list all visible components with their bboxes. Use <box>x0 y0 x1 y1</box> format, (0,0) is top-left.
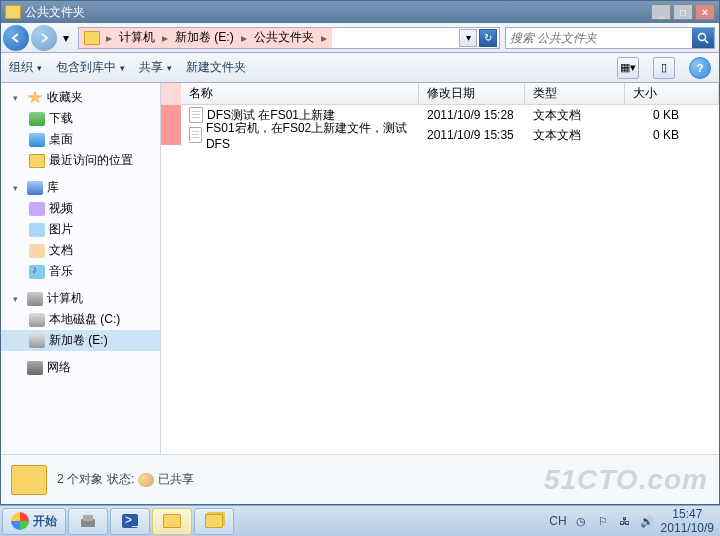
text-file-icon <box>189 127 202 143</box>
taskbar: 开始 >_ CH ◷ ⚐ 🖧 🔊 15:47 2011/10/9 <box>0 505 720 536</box>
tree-downloads[interactable]: 下载 <box>1 108 160 129</box>
titlebar[interactable]: 公共文件夹 _ □ × <box>1 1 719 23</box>
svg-point-0 <box>699 33 706 40</box>
disk-icon <box>29 313 45 327</box>
tree-local-disk[interactable]: 本地磁盘 (C:) <box>1 309 160 330</box>
status-bar: 2 个对象 状态: 已共享 <box>1 454 719 504</box>
shared-icon <box>138 473 154 487</box>
highlight-marker <box>161 125 181 145</box>
help-button[interactable]: ? <box>689 57 711 79</box>
file-row[interactable]: FS01宕机，在FS02上新建文件，测试DFS 2011/10/9 15:35 … <box>161 125 719 145</box>
preview-pane-button[interactable]: ▯ <box>653 57 675 79</box>
video-icon <box>29 202 45 216</box>
taskbar-powershell[interactable]: >_ <box>110 508 150 535</box>
file-date: 2011/10/9 15:35 <box>419 128 525 142</box>
taskbar-explorer[interactable] <box>194 508 234 535</box>
recent-icon <box>29 154 45 168</box>
navigation-pane[interactable]: ▾收藏夹 下载 桌面 最近访问的位置 ▾库 视频 图片 文档 音乐 ▾计算机 本… <box>1 83 161 454</box>
column-headers: 名称 修改日期 类型 大小 <box>161 83 719 105</box>
svg-rect-3 <box>83 515 93 521</box>
taskbar-clock[interactable]: 15:47 2011/10/9 <box>661 507 714 536</box>
tray-network-icon[interactable]: 🖧 <box>617 513 633 529</box>
main-area: ▾收藏夹 下载 桌面 最近访问的位置 ▾库 视频 图片 文档 音乐 ▾计算机 本… <box>1 83 719 454</box>
tree-computer[interactable]: ▾计算机 <box>1 288 160 309</box>
file-rows[interactable]: DFS测试 在FS01上新建 2011/10/9 15:28 文本文档 0 KB… <box>161 105 719 454</box>
close-button[interactable]: × <box>695 4 715 20</box>
new-folder-button[interactable]: 新建文件夹 <box>186 59 246 76</box>
document-icon <box>29 244 45 258</box>
column-name[interactable]: 名称 <box>181 83 419 104</box>
network-icon <box>27 361 43 375</box>
refresh-button[interactable]: ↻ <box>479 29 497 47</box>
language-indicator[interactable]: CH <box>549 514 566 528</box>
folder-icon <box>84 31 100 45</box>
view-mode-button[interactable]: ▦▾ <box>617 57 639 79</box>
tree-documents[interactable]: 文档 <box>1 240 160 261</box>
tree-desktop[interactable]: 桌面 <box>1 129 160 150</box>
file-size: 0 KB <box>625 128 719 142</box>
file-date: 2011/10/9 15:28 <box>419 108 525 122</box>
chevron-right-icon: ▸ <box>103 31 115 45</box>
search-box[interactable] <box>505 27 715 49</box>
organize-menu[interactable]: 组织 <box>9 59 42 76</box>
maximize-button[interactable]: □ <box>673 4 693 20</box>
nav-history-dropdown[interactable]: ▾ <box>59 27 73 49</box>
tree-favorites[interactable]: ▾收藏夹 <box>1 87 160 108</box>
svg-line-1 <box>705 40 708 43</box>
tree-music[interactable]: 音乐 <box>1 261 160 282</box>
address-bar[interactable]: ▸ 计算机 ▸ 新加卷 (E:) ▸ 公共文件夹 ▸ ▾ ↻ <box>78 27 500 49</box>
picture-icon <box>29 223 45 237</box>
folder-icon <box>5 5 21 19</box>
status-count: 2 个对象 <box>57 471 103 488</box>
system-tray: CH ◷ ⚐ 🖧 🔊 15:47 2011/10/9 <box>545 507 718 536</box>
chevron-right-icon: ▸ <box>159 31 171 45</box>
column-size[interactable]: 大小 <box>625 83 719 104</box>
tree-recent[interactable]: 最近访问的位置 <box>1 150 160 171</box>
tree-videos[interactable]: 视频 <box>1 198 160 219</box>
tray-volume-icon[interactable]: 🔊 <box>639 513 655 529</box>
file-size: 0 KB <box>625 108 719 122</box>
share-menu[interactable]: 共享 <box>139 59 172 76</box>
tree-network[interactable]: 网络 <box>1 357 160 378</box>
breadcrumb-volume[interactable]: 新加卷 (E:) <box>171 29 238 46</box>
taskbar-explorer-active[interactable] <box>152 508 192 535</box>
taskbar-server-manager[interactable] <box>68 508 108 535</box>
file-type: 文本文档 <box>525 107 625 124</box>
tree-new-volume[interactable]: 新加卷 (E:) <box>1 330 160 351</box>
back-button[interactable] <box>3 25 29 51</box>
disk-icon <box>29 334 45 348</box>
highlight-marker <box>161 83 181 105</box>
forward-button[interactable] <box>31 25 57 51</box>
breadcrumb-folder[interactable]: 公共文件夹 <box>250 29 318 46</box>
desktop-icon <box>29 133 45 147</box>
window-title: 公共文件夹 <box>25 4 651 21</box>
music-icon <box>29 265 45 279</box>
highlight-marker <box>161 105 181 125</box>
tray-flag-icon[interactable]: ⚐ <box>595 513 611 529</box>
download-icon <box>29 112 45 126</box>
explorer-window: 公共文件夹 _ □ × ▾ ▸ 计算机 ▸ 新加卷 (E:) ▸ 公共文件夹 ▸… <box>0 0 720 505</box>
column-date[interactable]: 修改日期 <box>419 83 525 104</box>
column-type[interactable]: 类型 <box>525 83 625 104</box>
search-input[interactable] <box>506 31 692 45</box>
star-icon <box>27 91 43 105</box>
computer-icon <box>27 292 43 306</box>
navigation-bar: ▾ ▸ 计算机 ▸ 新加卷 (E:) ▸ 公共文件夹 ▸ ▾ ↻ <box>1 23 719 53</box>
file-name: FS01宕机，在FS02上新建文件，测试DFS <box>206 120 411 151</box>
chevron-right-icon: ▸ <box>238 31 250 45</box>
command-bar: 组织 包含到库中 共享 新建文件夹 ▦▾ ▯ ? <box>1 53 719 83</box>
breadcrumb: ▸ 计算机 ▸ 新加卷 (E:) ▸ 公共文件夹 ▸ <box>79 28 332 48</box>
include-menu[interactable]: 包含到库中 <box>56 59 125 76</box>
tree-pictures[interactable]: 图片 <box>1 219 160 240</box>
status-state-label: 状态: <box>107 471 134 488</box>
file-type: 文本文档 <box>525 127 625 144</box>
search-button[interactable] <box>692 28 714 48</box>
breadcrumb-computer[interactable]: 计算机 <box>115 29 159 46</box>
address-dropdown-button[interactable]: ▾ <box>459 29 477 47</box>
folder-icon <box>11 465 47 495</box>
tree-libraries[interactable]: ▾库 <box>1 177 160 198</box>
start-button[interactable]: 开始 <box>2 508 66 535</box>
tray-notification-icon[interactable]: ◷ <box>573 513 589 529</box>
chevron-right-icon: ▸ <box>318 31 330 45</box>
minimize-button[interactable]: _ <box>651 4 671 20</box>
